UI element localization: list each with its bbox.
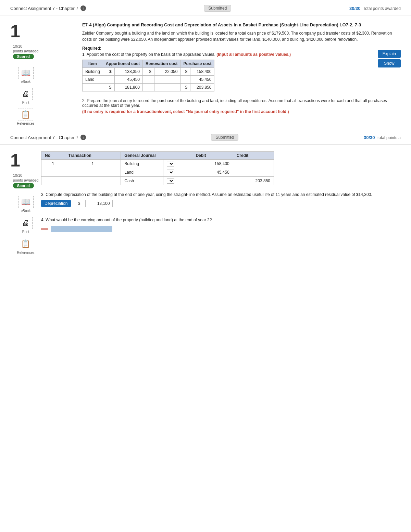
row-app-dollar-building: $ [103,68,114,76]
table-row-total: S 181,800 S 203,850 [83,84,214,91]
row-ren-dollar-land [143,76,154,84]
jcol-general-journal: General Journal [121,152,192,160]
print-icon-2: 🖨 [22,219,29,227]
print-label: Print [22,101,29,104]
jrow-trans-2 [65,168,121,177]
references-label-2: References [17,251,34,255]
references-icon: 📋 [21,110,30,119]
row-total-dollar: S [103,84,114,91]
problem-title: E7-4 (Algo) Computing and Recording Cost… [82,22,401,27]
main-content-2: No Transaction General Journal Debit Cre… [41,151,401,255]
req2-area: 2. Prepare the journal entry to record t… [82,98,401,114]
row-item-total [83,84,103,91]
score-box-2: 10/10 points awarded Scored [13,173,39,188]
info-icon[interactable]: i [80,5,86,11]
ebook-label: eBook [21,80,30,84]
apportionment-table: Item Apportioned cost Renovation cost Pu… [82,60,214,91]
question-number-2: 1 [10,151,20,169]
submitted-badge-2: Submitted [211,134,238,141]
references-icon-2: 📋 [21,239,30,248]
sidebar-ebook-2[interactable]: 📖 eBook [18,196,34,213]
ebook-label-2: eBook [21,209,30,213]
journal-row-land: Land 45,450 [41,168,274,177]
req1-desc: 1. Apportion the cost of the property on… [82,52,401,57]
blue-input-bar[interactable] [51,226,112,232]
points-value-2: 30/30 [364,135,375,140]
journal-row-cash: Cash 203,850 [41,177,274,185]
required-label: Required: [82,46,401,51]
points-value-1: 30/30 [349,6,361,11]
page: Connect Assignment 7 - Chapter 7 i Submi… [0,0,411,532]
main-content-1: E7-4 (Algo) Computing and Recording Cost… [82,22,401,125]
dep-dollar: $ [73,200,83,207]
journal-row-building: 1 1 Building 158,400 [41,160,274,168]
col-item: Item [83,60,103,68]
row-pur-val-building: 158,400 [190,68,214,76]
sidebar-references-2[interactable]: 📋 References [17,238,34,255]
header-left: Connect Assignment 7 - Chapter 7 i [10,5,86,11]
sidebar-print-1[interactable]: 🖨 Print [19,88,33,104]
table-row-building: Building $ 138,350 $ 22,050 S 158,400 [83,68,214,76]
problem-description: Zeidler Company bought a building and th… [82,30,401,42]
print-label-2: Print [22,230,29,234]
score-points-1: 10/10 [13,44,23,48]
jrow-select-cash[interactable] [167,178,174,184]
jrow-no-2 [41,168,65,177]
jrow-debit-land: 45,450 [192,168,233,177]
req3-area: 3. Compute depreciation of the building … [41,192,401,197]
row-total-pur-val: 203,850 [190,84,214,91]
scored-badge-1: Scored [13,54,34,59]
journal-table: No Transaction General Journal Debit Cre… [41,151,274,185]
red-dash [41,228,48,230]
req2-desc: 2. Prepare the journal entry to record t… [82,98,387,108]
dep-label: Depreciation [41,200,71,207]
assignment-title-2: Connect Assignment 7 - Chapter 7 [10,135,78,140]
jrow-debit-cash [192,177,233,185]
jcol-credit: Credit [233,152,274,160]
jcol-debit: Debit [192,152,233,160]
row-total-ren-val [154,84,180,91]
action-buttons: Explain Show [378,50,401,67]
explain-button[interactable]: Explain [378,50,401,58]
header2-left: Connect Assignment 7 - Chapter 7 i [10,135,86,140]
jrow-no-3 [41,177,65,185]
references-label: References [17,122,34,125]
jcol-transaction: Transaction [65,152,121,160]
jrow-debit-building: 158,400 [192,160,233,168]
jrow-no-1: 1 [41,160,65,168]
jrow-credit-cash: 203,850 [233,177,274,185]
row-pur-dollar-land [180,76,190,84]
sidebar-ebook-1[interactable]: 📖 eBook [18,67,34,84]
row-ren-val-land [154,76,180,84]
req3-desc: 3. Compute depreciation of the building … [41,192,401,197]
jrow-select-building[interactable] [167,161,174,166]
score-box-1: 10/10 points awarded Scored [13,44,39,59]
sidebar-references-1[interactable]: 📋 References [17,109,34,125]
jrow-credit-land [233,168,274,177]
top-header-2: Connect Assignment 7 - Chapter 7 i Submi… [0,129,411,145]
row-app-dollar-land [103,76,114,84]
req4-area: 4. What would be the carrying amount of … [41,218,401,232]
row-total-ren-dollar [143,84,154,91]
jrow-account-land: Land [121,168,163,177]
jcol-no: No [41,152,65,160]
jrow-trans-3 [65,177,121,185]
jrow-credit-building [233,160,274,168]
print-icon: 🖨 [22,89,29,98]
req2-note: (If no entry is required for a transacti… [82,109,401,114]
info-icon-2[interactable]: i [80,135,86,140]
row-ren-dollar-building: $ [143,68,154,76]
jrow-select-land[interactable] [167,170,174,175]
points-display-2: 30/30 total points a [364,135,401,140]
submitted-badge-1: Submitted [204,5,231,12]
row-app-val-building: 138,350 [114,68,142,76]
row-total-pur-dollar: S [180,84,190,91]
jrow-trans-1: 1 [65,160,121,168]
col-renovation: Renovation cost [143,60,180,68]
sidebar-print-2[interactable]: 🖨 Print [19,217,33,234]
assignment-title: Connect Assignment 7 - Chapter 7 [10,6,78,11]
points-display-1: 30/30 Total points awarded [349,6,401,11]
show-button[interactable]: Show [378,59,401,67]
row-pur-val-land: 45,450 [190,76,214,84]
req4-desc: 4. What would be the carrying amount of … [41,218,401,222]
